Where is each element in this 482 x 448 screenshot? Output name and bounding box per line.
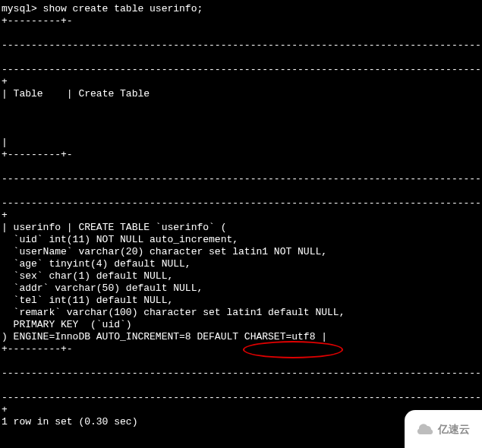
watermark: 亿速云 [405, 410, 482, 448]
border-line: ----------------------------------------… [2, 39, 482, 51]
create-def: `tel` int(11) default NULL, [2, 295, 173, 306]
border-line: ----------------------------------------… [2, 392, 482, 403]
watermark-text: 亿速云 [438, 423, 470, 435]
charset-highlighted: CHARSET=utf8 [244, 331, 316, 342]
create-def-engine: ) ENGINE=InnoDB AUTO_INCREMENT=8 DEFAULT… [2, 331, 327, 342]
pipe-line: | [2, 137, 8, 148]
border-line: + [2, 76, 8, 87]
create-def: PRIMARY KEY (`uid`) [2, 319, 132, 330]
border-line: +---------+- [2, 15, 73, 27]
command-line: mysql> show create table userinfo; [2, 3, 203, 14]
create-def: `userName` varchar(20) character set lat… [2, 246, 327, 257]
create-def: `age` tinyint(4) default NULL, [2, 258, 191, 270]
border-line: ----------------------------------------… [2, 64, 482, 75]
header-line: | Table | Create Table [2, 88, 150, 99]
border-line: + [2, 210, 8, 221]
cloud-icon [417, 423, 435, 435]
border-line: +---------+- [2, 149, 73, 160]
terminal-text: mysql> show create table userinfo; +----… [2, 3, 480, 428]
create-def: `addr` varchar(50) default NULL, [2, 282, 203, 294]
border-line: ----------------------------------------… [2, 173, 482, 185]
border-line: ----------------------------------------… [2, 368, 482, 379]
data-row: | userinfo | CREATE TABLE `userinfo` ( [2, 222, 226, 233]
result-footer: 1 row in set (0.30 sec) [2, 416, 137, 427]
create-def: `uid` int(11) NOT NULL auto_increment, [2, 234, 238, 245]
border-line: +---------+- [2, 343, 73, 355]
create-def: `remark` varchar(100) character set lati… [2, 307, 345, 318]
border-line: ----------------------------------------… [2, 197, 482, 209]
terminal-output: mysql> show create table userinfo; +----… [0, 0, 482, 431]
border-line: + [2, 404, 8, 415]
create-def: `sex` char(1) default NULL, [2, 270, 173, 282]
